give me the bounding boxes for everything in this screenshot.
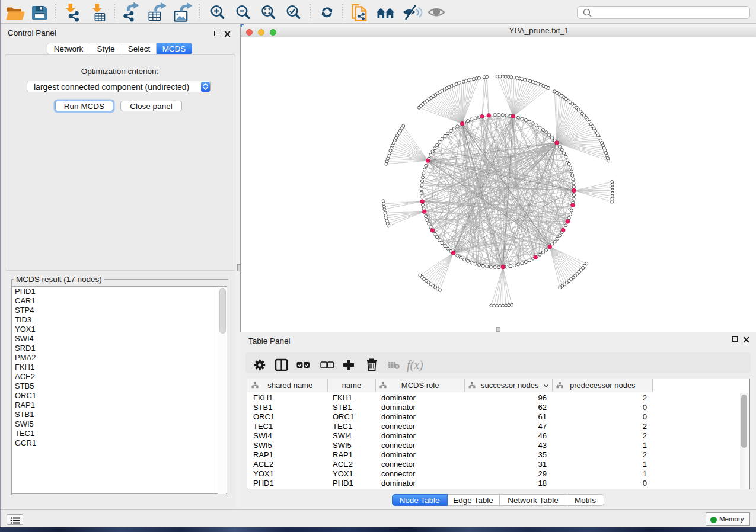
svg-text:f(x): f(x) — [407, 358, 423, 372]
